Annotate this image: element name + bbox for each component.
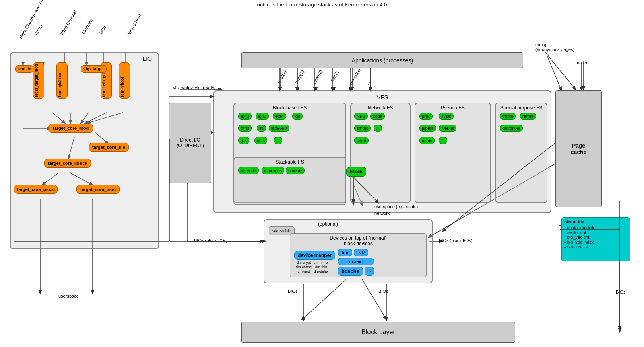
box-ext4: ext4 — [273, 113, 286, 120]
box-proc: proc — [419, 113, 433, 120]
pseudo-fs-label: Pseudo FS — [441, 105, 464, 111]
label-dm-raid: dm-raid — [296, 269, 312, 273]
box-ramfs: ramfs — [520, 113, 536, 120]
box-nfs: NFS — [354, 113, 368, 120]
label-virtual-host: Virtual Host — [124, 9, 144, 39]
box-applications: Applications (processes) — [242, 52, 523, 68]
label-dm-thin: dm-thin — [314, 265, 329, 269]
box-target-core-user: target_core_user — [76, 185, 120, 194]
svg-line-27 — [547, 56, 561, 90]
box-devices-on-top: Devices on top of "normal"block devices … — [290, 233, 427, 277]
box-lvm: LVM — [354, 249, 368, 256]
label-bios-far-right: BIOs — [616, 290, 625, 294]
label-userspace2: userspace (e.g. sshfs) — [374, 204, 418, 209]
label-iscsi: iSCSI — [34, 24, 43, 36]
box-blue-dots: ... — [365, 267, 374, 276]
box-ceph: ceph — [354, 137, 369, 144]
box-iso9660: iso9660 — [269, 125, 289, 132]
lio-label: LIO — [142, 55, 152, 62]
box-target-core-pscsi: target_core_pscsi — [14, 185, 58, 194]
box-net-dots: ... — [374, 125, 382, 132]
vfs-label: VFS — [376, 94, 388, 101]
box-coda: coda — [370, 113, 385, 120]
box-ext3: ext3 — [256, 113, 269, 120]
box-devtmpfs: devtmpfs — [500, 125, 523, 132]
box-pipefs: pipefs — [419, 125, 436, 132]
box-futexfs: futexfs — [439, 125, 456, 132]
struct-bio-sector-on-disk: - sector on disk — [564, 225, 627, 230]
box-sbp-target: sbp_target — [80, 65, 107, 73]
label-usb: USB — [98, 25, 107, 35]
box-tcm-fc: tcm_fc — [15, 65, 34, 73]
box-drbd: drbd — [338, 249, 352, 256]
box-bb-dots: ... — [274, 137, 282, 144]
box-tcm-qla2xxx: tcm_qla2xxx — [56, 62, 68, 99]
struct-bio-sector-cnt: - sector cnt — [564, 230, 627, 235]
box-fuse: FUSE — [346, 167, 366, 177]
box-pseudo-dots: ... — [439, 137, 447, 144]
label-open2: open(2) — [312, 69, 323, 85]
svg-line-57 — [545, 52, 576, 90]
box-target-core-iblock: target_core_iblock — [44, 159, 91, 168]
box-target-core-mod: target_core_mod — [48, 124, 93, 133]
box-sysfs: sysfs — [439, 113, 454, 120]
box-unionfs: unionfs — [286, 167, 305, 174]
box-direct-io: Direct I/O (O_DIRECT) — [169, 103, 211, 183]
box-ecryptfs: ecryptfs — [238, 167, 259, 174]
label-stat2: stat(2) — [329, 70, 340, 83]
label-bios-left: BIOs (block I/Os) — [194, 238, 228, 243]
struct-bio-label: struct bio — [564, 219, 627, 224]
box-gfs: gfs — [238, 137, 249, 144]
label-firewire: FireWire — [81, 18, 93, 35]
label-malloc: malloc — [576, 60, 588, 65]
svg-line-35 — [302, 279, 346, 320]
box-xfs: xfs — [292, 113, 303, 120]
label-dm-delay: dm-delay — [314, 269, 329, 273]
label-read2: read(2) — [276, 70, 287, 84]
label-fibre-channel: Fibre Channel — [58, 7, 78, 37]
stackable-fs-section: Stackable FS — [233, 157, 346, 205]
box-lfs: lfs — [257, 125, 266, 132]
network-fs-label: Network FS — [368, 105, 393, 111]
block-based-fs-label: Block-based FS — [273, 105, 307, 111]
box-target-core-file: target_core_file — [89, 143, 129, 152]
box-tmpfs: tmpfs — [500, 113, 516, 120]
box-iscsi-target-mod: iscsi_target_mod — [33, 62, 44, 99]
label-dots-syscall: ... — [365, 80, 371, 86]
label-mmap: mmap (anonymous pages) — [535, 42, 574, 52]
page-title: outlines the Linux storage stack as of K… — [257, 2, 387, 8]
struct-bio-bio-vec-index: - bio_vec index — [564, 240, 627, 244]
devices-on-top-label: Devices on top of "normal"block devices — [294, 235, 422, 246]
label-dm-cache: dm-cache — [296, 265, 312, 269]
box-tcm-vhost: tcm_vhost — [119, 62, 130, 99]
struct-bio-bio-vec-cnt: - bio_vec cnt — [564, 235, 627, 240]
label-write2: write(2) — [294, 69, 305, 84]
special-purpose-fs-label: Special purpose FS — [497, 105, 545, 111]
box-ext2: ext2 — [238, 113, 252, 120]
label-bios-down-left: BIOs — [288, 289, 297, 294]
box-overlayfs: overlayfs — [262, 167, 284, 174]
box-btrfs: btrfs — [238, 125, 252, 132]
lio-section: LIO — [10, 52, 159, 249]
label-network: network — [374, 211, 390, 216]
struct-bio-bio-vec-list: - bio_vec list — [564, 244, 627, 249]
diagram-container: outlines the Linux storage stack as of K… — [0, 0, 644, 347]
label-chmod2: chmod(2) — [348, 68, 361, 86]
label-userspace-lio: userspace — [58, 294, 79, 298]
svg-line-36 — [362, 279, 386, 320]
box-struct-bio: struct bio - sector on disk - sector cnt… — [561, 217, 630, 261]
box-smbfs: smbfs — [354, 125, 371, 132]
box-block-layer: Block Layer — [242, 322, 515, 343]
box-usbfs: usbfs — [419, 137, 435, 144]
optional-label: (optional) — [318, 221, 338, 227]
box-bcache: bcache — [338, 267, 363, 276]
label-bios-down-right: BIOs — [378, 289, 388, 294]
box-page-cache: Page cache — [555, 90, 602, 207]
label-vfs-writev: vfs_writev, vfs_readv, ... — [173, 85, 220, 90]
label-dm-crypt: dm-crypt — [296, 261, 312, 265]
box-mdraid: mdraid — [338, 258, 374, 265]
label-bios-right: BIOs (block I/Os) — [439, 238, 473, 243]
box-device-mapper: device mapper — [294, 251, 335, 260]
stackable-fs-label: Stackable FS — [275, 159, 304, 165]
label-dm-mirror: dm-mirror — [314, 261, 329, 265]
